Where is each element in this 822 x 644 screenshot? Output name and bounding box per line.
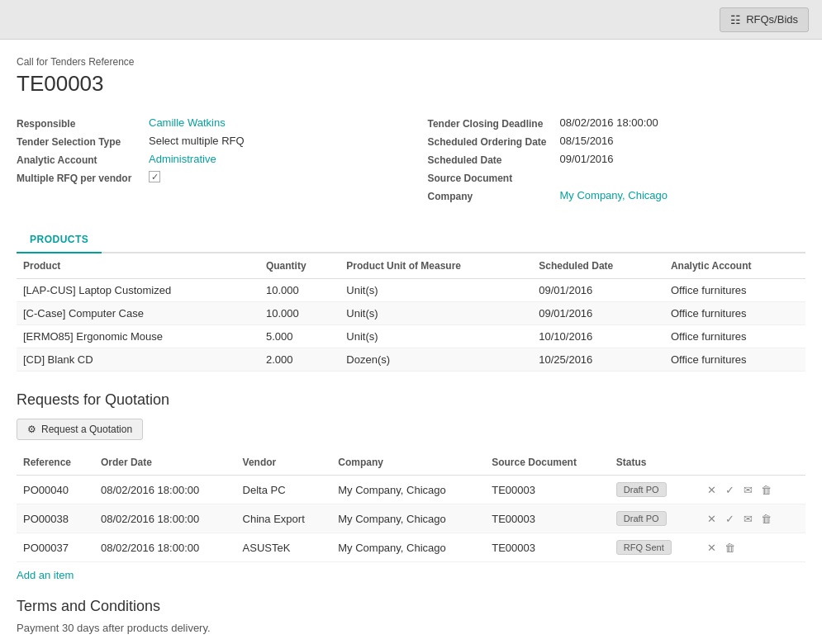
delete-icon[interactable]: ✕ <box>703 481 721 499</box>
vendor-cell: ASUSTeK <box>236 533 332 562</box>
company-label: Company <box>428 189 560 202</box>
col-company: Company <box>331 450 485 476</box>
rfq-table: Reference Order Date Vendor Company Sour… <box>17 450 805 562</box>
product-cell: [LAP-CUS] Laptop Customized <box>17 279 259 302</box>
col-order-date: Order Date <box>94 450 236 476</box>
analytic-account-cell: Office furnitures <box>664 302 805 325</box>
terms-text: Payment 30 days after products delivery. <box>17 622 805 634</box>
source-document-row: Source Document <box>428 171 806 184</box>
status-badge: Draft PO <box>616 482 667 497</box>
responsible-value[interactable]: Camille Watkins <box>149 116 226 129</box>
analytic-account-cell: Office furnitures <box>664 348 805 372</box>
tender-selection-label: Tender Selection Type <box>17 135 149 148</box>
request-quotation-label: Request a Quotation <box>41 424 132 435</box>
list-item: PO00037 08/02/2016 18:00:00 ASUSTeK My C… <box>17 533 805 562</box>
source-doc-cell: TE00003 <box>485 476 610 504</box>
col-actions <box>696 450 805 476</box>
trash-icon[interactable]: 🗑 <box>721 538 739 556</box>
source-document-label: Source Document <box>428 171 560 184</box>
col-quantity: Quantity <box>259 253 340 279</box>
actions-cell: ✕✓✉🗑 <box>696 476 805 504</box>
rfq-section-title: Requests for Quotation <box>17 391 805 409</box>
page-title: TE00003 <box>17 71 805 97</box>
order-date-cell: 08/02/2016 18:00:00 <box>94 533 236 562</box>
order-date-cell: 08/02/2016 18:00:00 <box>94 504 236 533</box>
status-cell: Draft PO <box>610 476 696 504</box>
quantity-cell: 2.000 <box>259 348 340 372</box>
table-row: [LAP-CUS] Laptop Customized 10.000 Unit(… <box>17 279 805 302</box>
list-icon: ☷ <box>730 13 741 26</box>
col-scheduled-date: Scheduled Date <box>532 253 664 279</box>
email-icon[interactable]: ✉ <box>739 509 758 528</box>
status-badge: Draft PO <box>616 511 667 526</box>
table-row: [C-Case] Computer Case 10.000 Unit(s) 09… <box>17 302 805 325</box>
analytic-account-cell: Office furnitures <box>664 325 805 348</box>
email-icon[interactable]: ✉ <box>739 481 758 499</box>
col-vendor: Vendor <box>236 450 332 476</box>
analytic-account-cell: Office furnitures <box>664 279 805 302</box>
product-cell: [C-Case] Computer Case <box>17 302 259 325</box>
trash-icon[interactable]: 🗑 <box>758 509 776 528</box>
rfq-table-header: Reference Order Date Vendor Company Sour… <box>17 450 805 476</box>
quantity-cell: 10.000 <box>259 302 340 325</box>
analytic-account-value[interactable]: Administrative <box>149 153 216 165</box>
table-row: [CD] Blank CD 2.000 Dozen(s) 10/25/2016 … <box>17 348 805 372</box>
company-cell: My Company, Chicago <box>331 504 485 533</box>
rfqs-bids-button[interactable]: ☷ RFQs/Bids <box>720 7 809 32</box>
products-table-body: [LAP-CUS] Laptop Customized 10.000 Unit(… <box>17 279 805 372</box>
status-badge: RFQ Sent <box>616 540 672 555</box>
product-cell: [ERMO85] Ergonomic Mouse <box>17 325 259 348</box>
tender-selection-row: Tender Selection Type Select multiple RF… <box>17 135 395 148</box>
source-doc-cell: TE00003 <box>485 533 610 562</box>
actions-cell: ✕🗑 <box>696 533 805 562</box>
page-label: Call for Tenders Reference <box>17 56 805 68</box>
reference-cell: PO00038 <box>17 504 94 533</box>
status-cell: RFQ Sent <box>610 533 696 562</box>
closing-deadline-row: Tender Closing Deadline 08/02/2016 18:00… <box>428 116 806 130</box>
delete-icon[interactable]: ✕ <box>703 538 721 556</box>
rfq-header-row: Reference Order Date Vendor Company Sour… <box>17 450 805 476</box>
form-left: Responsible Camille Watkins Tender Selec… <box>17 116 395 207</box>
tab-products[interactable]: PRODUCTS <box>17 227 102 253</box>
check-icon[interactable]: ✓ <box>721 481 739 499</box>
uom-cell: Unit(s) <box>340 325 532 348</box>
check-icon[interactable]: ✓ <box>721 509 739 528</box>
delete-icon[interactable]: ✕ <box>703 509 721 528</box>
trash-icon[interactable]: 🗑 <box>758 481 776 499</box>
vendor-cell: China Export <box>236 504 332 533</box>
rfq-table-body: PO00040 08/02/2016 18:00:00 Delta PC My … <box>17 476 805 562</box>
company-row: Company My Company, Chicago <box>428 189 806 202</box>
scheduled-date-label: Scheduled Date <box>428 153 560 166</box>
company-cell: My Company, Chicago <box>331 533 485 562</box>
form-grid: Responsible Camille Watkins Tender Selec… <box>17 116 805 207</box>
scheduled-ordering-label: Scheduled Ordering Date <box>428 135 560 148</box>
reference-cell: PO00040 <box>17 476 94 504</box>
scheduled-date-value: 09/01/2016 <box>560 153 614 165</box>
col-reference: Reference <box>17 450 94 476</box>
list-item: PO00040 08/02/2016 18:00:00 Delta PC My … <box>17 476 805 504</box>
products-header-row: Product Quantity Product Unit of Measure… <box>17 253 805 279</box>
col-source-document: Source Document <box>485 450 610 476</box>
rfqs-bids-label: RFQs/Bids <box>746 13 798 26</box>
request-quotation-button[interactable]: ⚙ Request a Quotation <box>17 419 143 440</box>
responsible-label: Responsible <box>17 116 149 130</box>
list-item: PO00038 08/02/2016 18:00:00 China Export… <box>17 504 805 533</box>
tender-selection-value: Select multiple RFQ <box>149 135 245 147</box>
scheduled-date-cell: 10/10/2016 <box>532 325 664 348</box>
add-item-link[interactable]: Add an item <box>17 569 74 581</box>
closing-deadline-label: Tender Closing Deadline <box>428 116 560 130</box>
col-uom: Product Unit of Measure <box>340 253 532 279</box>
multiple-rfq-row: Multiple RFQ per vendor ✓ <box>17 171 395 184</box>
uom-cell: Dozen(s) <box>340 348 532 372</box>
table-row: [ERMO85] Ergonomic Mouse 5.000 Unit(s) 1… <box>17 325 805 348</box>
source-doc-cell: TE00003 <box>485 504 610 533</box>
quantity-cell: 5.000 <box>259 325 340 348</box>
checkbox-checked: ✓ <box>149 171 160 182</box>
section-tabs: PRODUCTS <box>17 227 805 253</box>
company-value[interactable]: My Company, Chicago <box>560 189 668 201</box>
main-content: Call for Tenders Reference TE00003 Respo… <box>0 40 822 644</box>
col-product: Product <box>17 253 259 279</box>
terms-title: Terms and Conditions <box>17 598 805 615</box>
multiple-rfq-checkbox: ✓ <box>149 171 160 182</box>
scheduled-ordering-row: Scheduled Ordering Date 08/15/2016 <box>428 135 806 148</box>
